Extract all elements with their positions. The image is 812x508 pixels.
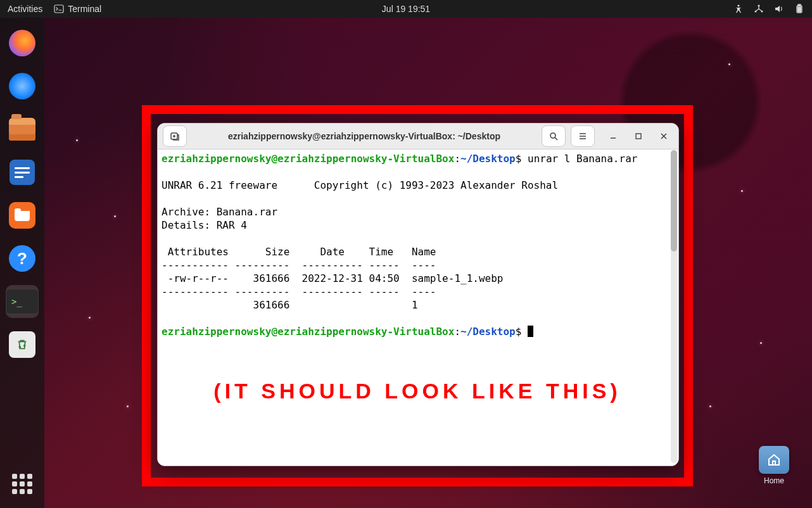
close-button[interactable] bbox=[654, 128, 673, 144]
terminal-cursor bbox=[528, 326, 533, 337]
output-total: 361666 1 bbox=[162, 299, 418, 311]
files-icon bbox=[9, 118, 35, 141]
dock-trash[interactable] bbox=[6, 328, 39, 361]
hamburger-menu-button[interactable] bbox=[571, 125, 595, 147]
output-separator: ----------- --------- ---------- ----- -… bbox=[162, 286, 436, 298]
terminal-scrollbar[interactable] bbox=[671, 150, 677, 463]
activities-button[interactable]: Activities bbox=[8, 4, 42, 14]
dock-files[interactable] bbox=[6, 113, 39, 146]
ubuntu-dock: ? >_ bbox=[0, 18, 44, 508]
svg-point-8 bbox=[19, 346, 20, 348]
home-folder-icon bbox=[759, 446, 789, 474]
volume-icon[interactable] bbox=[774, 4, 784, 14]
minimize-button[interactable] bbox=[604, 128, 623, 144]
search-button[interactable] bbox=[542, 125, 566, 147]
software-icon bbox=[9, 202, 35, 229]
window-titlebar[interactable]: ezriahzippernowsky@ezriahzippernowsky-Vi… bbox=[158, 124, 678, 149]
annotation-caption: (IT SHOULD LOOK LIKE THIS) bbox=[213, 379, 621, 403]
terminal-window: ezriahzippernowsky@ezriahzippernowsky-Vi… bbox=[157, 123, 679, 466]
battery-icon[interactable] bbox=[794, 4, 804, 14]
help-icon: ? bbox=[9, 245, 35, 272]
accessibility-icon[interactable] bbox=[733, 4, 744, 14]
dock-firefox[interactable] bbox=[6, 27, 39, 60]
dock-writer[interactable] bbox=[6, 156, 39, 189]
firefox-icon bbox=[9, 30, 35, 56]
writer-icon bbox=[10, 160, 35, 185]
thunderbird-icon bbox=[9, 73, 35, 99]
output-row: -rw-r--r-- 361666 2022-12-31 04:50 sampl… bbox=[162, 272, 503, 284]
svg-rect-7 bbox=[798, 7, 801, 12]
prompt-path: ~/Desktop bbox=[460, 326, 516, 338]
svg-point-1 bbox=[737, 4, 739, 6]
prompt-host: @ezriahzippernowsky-VirtualBox bbox=[271, 153, 454, 165]
command-line: unrar l Banana.rar bbox=[528, 153, 637, 165]
svg-rect-6 bbox=[798, 4, 801, 6]
dock-terminal[interactable]: >_ bbox=[6, 285, 39, 318]
output-separator: ----------- --------- ---------- ----- -… bbox=[162, 259, 436, 271]
dock-help[interactable]: ? bbox=[6, 242, 39, 275]
output-header: Attributes Size Date Time Name bbox=[162, 246, 436, 258]
app-menu[interactable]: Terminal bbox=[54, 4, 101, 14]
gnome-top-bar: Activities Terminal Jul 19 19:51 bbox=[0, 0, 812, 18]
network-icon[interactable] bbox=[754, 4, 764, 14]
terminal-icon bbox=[54, 4, 64, 14]
dock-thunderbird[interactable] bbox=[6, 70, 39, 103]
prompt-path: ~/Desktop bbox=[460, 153, 516, 165]
dock-software[interactable] bbox=[6, 199, 39, 232]
output-archive: Archive: Banana.rar bbox=[162, 206, 277, 218]
prompt-user: ezriahzippernowsky bbox=[162, 326, 271, 338]
desktop-home-folder[interactable]: Home bbox=[759, 446, 789, 485]
dock-show-apps[interactable] bbox=[6, 467, 39, 500]
app-menu-label: Terminal bbox=[68, 4, 101, 14]
maximize-button[interactable] bbox=[629, 128, 648, 144]
output-version: UNRAR 6.21 freeware Copyright (c) 1993-2… bbox=[162, 179, 558, 191]
apps-grid-icon bbox=[12, 474, 32, 494]
terminal-app-icon: >_ bbox=[6, 289, 39, 314]
trash-icon bbox=[9, 331, 35, 358]
svg-point-9 bbox=[24, 345, 25, 346]
prompt-host: @ezriahzippernowsky-VirtualBox bbox=[271, 326, 454, 338]
clock[interactable]: Jul 19 19:51 bbox=[382, 4, 430, 14]
desktop-home-label: Home bbox=[764, 476, 784, 485]
new-tab-button[interactable] bbox=[163, 125, 187, 147]
output-details: Details: RAR 4 bbox=[162, 219, 247, 231]
window-title: ezriahzippernowsky@ezriahzippernowsky-Vi… bbox=[192, 131, 536, 141]
prompt-user: ezriahzippernowsky bbox=[162, 153, 271, 165]
terminal-content[interactable]: ezriahzippernowsky@ezriahzippernowsky-Vi… bbox=[158, 149, 678, 466]
svg-point-11 bbox=[550, 133, 555, 138]
scrollbar-thumb[interactable] bbox=[671, 150, 677, 251]
annotation-frame: ezriahzippernowsky@ezriahzippernowsky-Vi… bbox=[142, 105, 693, 486]
svg-rect-12 bbox=[636, 134, 641, 139]
svg-rect-0 bbox=[54, 5, 63, 13]
